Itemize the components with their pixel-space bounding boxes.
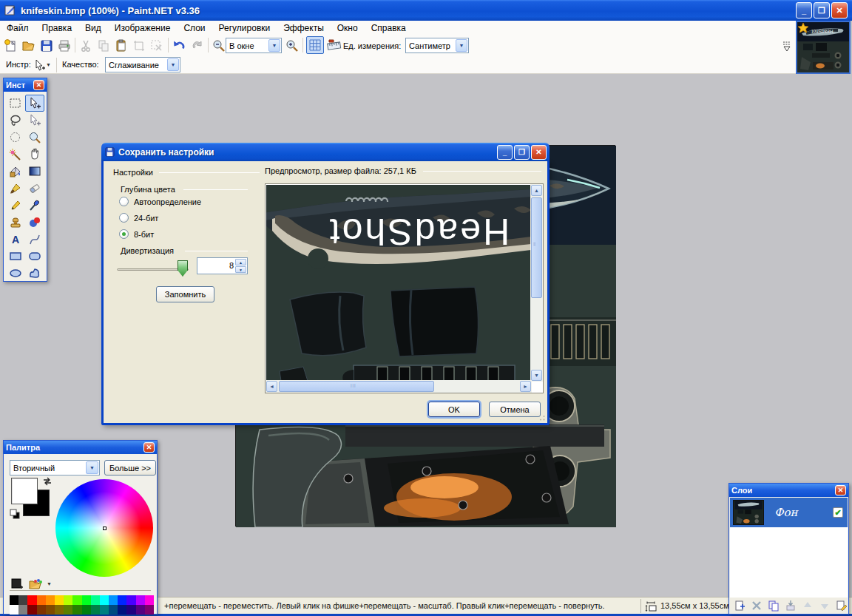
tool-eraser[interactable] [25,180,44,197]
dialog-titlebar[interactable]: Сохранить настройки _ ❐ ✕ [101,143,550,161]
palette-swatch[interactable] [126,605,135,615]
palette-folder-arrow-icon[interactable]: ▼ [47,581,52,586]
hscroll-thumb[interactable] [279,381,434,392]
cut-button[interactable] [78,38,94,54]
palette-selector-combo[interactable]: Вторичный ▼ [10,460,100,475]
tool-clone-stamp[interactable] [6,214,25,231]
tools-panel-close-icon[interactable]: ✕ [33,80,44,90]
dialog-close-button[interactable]: ✕ [531,145,547,160]
remember-button[interactable]: Запомнить [156,286,214,302]
palette-swatch[interactable] [37,595,46,605]
palette-swatch[interactable] [64,595,72,605]
palette-swatch[interactable] [10,595,18,605]
palette-swatch[interactable] [55,605,64,615]
tool-paint-bucket[interactable] [6,163,25,180]
ruler-toggle-button[interactable] [325,36,343,54]
vscroll-thumb[interactable] [531,197,542,298]
palette-folder-icon[interactable] [29,578,44,591]
palette-swatch[interactable] [72,595,81,605]
restore-button[interactable]: ❐ [814,2,830,18]
quality-combo-arrow-icon[interactable]: ▼ [167,58,179,71]
cancel-button[interactable]: Отмена [489,402,541,417]
quality-combo[interactable]: Сглаживание ▼ [105,57,180,72]
tool-pencil[interactable] [6,197,25,214]
tool-move-selection[interactable] [25,112,44,129]
palette-swatch[interactable] [55,595,64,605]
tool-rounded-rectangle[interactable] [25,248,44,265]
move-layer-down-icon[interactable] [818,600,831,612]
palette-swatch[interactable] [37,605,46,615]
menu-view[interactable]: Вид [78,21,108,35]
preview-vscrollbar[interactable]: ▲ ▼ ≡ [530,184,543,382]
close-button[interactable]: ✕ [831,2,848,18]
palette-swatch[interactable] [126,595,135,605]
units-combo-arrow-icon[interactable]: ▼ [456,39,467,52]
radio-auto[interactable] [119,197,129,206]
palette-swatch[interactable] [100,595,109,605]
toolbar-overflow-icon[interactable] [781,41,793,54]
add-layer-icon[interactable] [733,600,746,612]
radio-8bit[interactable] [119,229,129,239]
palette-swatch[interactable] [64,605,72,615]
more-button[interactable]: Больше >> [104,460,156,475]
open-file-button[interactable] [21,38,37,54]
tool-freeform-shape[interactable] [25,265,44,282]
tool-line-curve[interactable] [25,231,44,248]
tool-dropdown-arrow-icon[interactable]: ▼ [46,62,51,67]
palette-swatch[interactable] [136,605,145,615]
radio-24bit[interactable] [119,213,129,223]
tool-gradient[interactable] [25,163,44,180]
delete-layer-icon[interactable] [750,600,763,612]
palette-swatch[interactable] [18,605,27,615]
tools-panel-titlebar[interactable]: Инст ✕ [4,78,47,92]
minimize-button[interactable]: _ [796,2,812,18]
ok-button[interactable]: OK [428,402,480,417]
tool-paintbrush[interactable] [6,180,25,197]
tool-recolor[interactable] [25,214,44,231]
palette-swatch[interactable] [82,605,91,615]
preview-image[interactable]: HeadShot [266,185,531,381]
dialog-minimize-button[interactable]: _ [497,145,513,160]
dither-slider-thumb[interactable] [178,260,188,277]
palette-swatch[interactable] [91,605,100,615]
palette-swatch[interactable] [72,605,81,615]
units-combo[interactable]: Сантиметр ▼ [405,38,469,53]
layers-panel-titlebar[interactable]: Слои ✕ [729,484,848,497]
image-thumbnail[interactable]: HeadShot [796,21,851,74]
paste-button[interactable] [113,38,129,54]
palette-panel-titlebar[interactable]: Палитра ✕ [4,441,157,454]
palette-swatch[interactable] [109,605,118,615]
scroll-left-icon[interactable]: ◄ [266,381,277,392]
spinner-up-icon[interactable]: ▲ [235,259,246,265]
scroll-right-icon[interactable]: ► [520,381,531,392]
palette-swatch[interactable] [136,595,145,605]
palette-swatch[interactable] [27,595,36,605]
crop-button[interactable] [131,38,147,54]
menu-edit[interactable]: Правка [36,21,79,35]
palette-panel-close-icon[interactable]: ✕ [143,442,155,453]
default-colors-icon[interactable] [10,509,20,519]
layers-panel-close-icon[interactable]: ✕ [835,485,846,495]
duplicate-layer-icon[interactable] [767,600,780,612]
tool-rectangle-select[interactable] [6,95,25,112]
palette-swatch[interactable] [118,595,126,605]
tool-pan[interactable] [25,146,44,163]
spinner-down-icon[interactable]: ▼ [235,266,246,273]
layer-properties-icon[interactable] [835,600,848,612]
menu-image[interactable]: Изображение [108,21,178,35]
scroll-down-icon[interactable]: ▼ [531,370,542,381]
tool-move[interactable] [25,95,44,112]
tool-rectangle[interactable] [6,248,25,265]
copy-button[interactable] [95,38,112,54]
tool-lasso-select[interactable] [6,112,25,129]
palette-swatch[interactable] [18,595,27,605]
dither-spinner[interactable]: 8 ▲▼ [197,257,248,274]
menu-file[interactable]: Файл [0,21,36,35]
save-button[interactable] [38,38,55,54]
zoom-level-combo[interactable]: В окне ▼ [226,38,282,53]
palette-swatch[interactable] [10,605,18,615]
menu-effects[interactable]: Эффекты [277,21,331,35]
menu-help[interactable]: Справка [365,21,413,35]
tool-ellipse-select[interactable] [6,129,25,146]
swap-colors-icon[interactable] [42,476,53,487]
